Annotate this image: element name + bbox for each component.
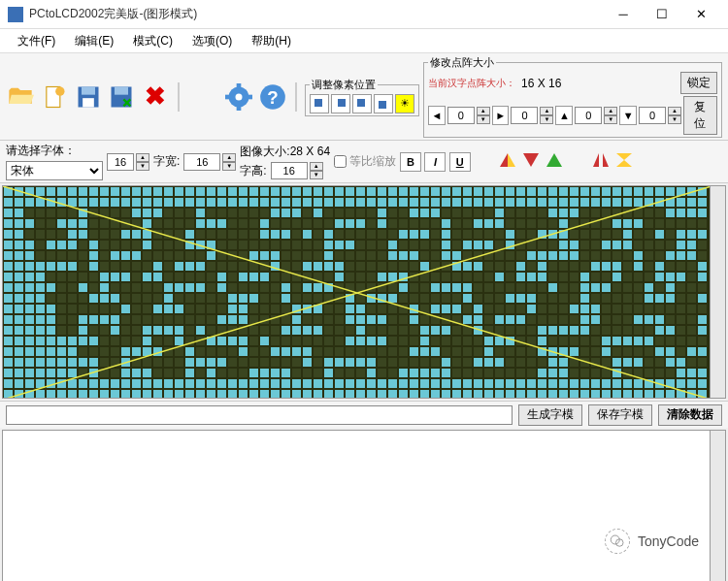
- svg-rect-11: [225, 94, 231, 99]
- pixel-pos-label: 调整像素位置: [310, 78, 378, 92]
- x-icon: ✖: [145, 81, 166, 112]
- spin-up[interactable]: ▲: [540, 107, 553, 115]
- spin-up[interactable]: ▲: [136, 153, 149, 162]
- svg-rect-6: [115, 86, 128, 94]
- canvas-vscroll[interactable]: [710, 186, 725, 398]
- lock-button[interactable]: 锁定: [680, 72, 717, 94]
- watermark-text: TonyCode: [638, 533, 699, 549]
- current-size-label: 当前汉字点阵大小：: [428, 77, 515, 90]
- hscroll-left-icon[interactable]: ◄: [428, 106, 446, 125]
- font-select[interactable]: 宋体: [6, 161, 103, 180]
- font-label: 请选择字体：: [6, 143, 103, 159]
- svg-marker-19: [500, 153, 508, 167]
- text-input[interactable]: [6, 405, 513, 425]
- char-height-input[interactable]: [271, 162, 308, 179]
- scale-checkbox[interactable]: [334, 155, 347, 168]
- close-button[interactable]: ✕: [681, 1, 720, 28]
- move-left-button[interactable]: [310, 94, 329, 113]
- output-vscroll[interactable]: [710, 431, 725, 581]
- mirror-button[interactable]: [591, 151, 611, 172]
- rotate-button[interactable]: [545, 151, 564, 172]
- spin-down[interactable]: ▼: [540, 115, 553, 124]
- generate-button[interactable]: 生成字模: [518, 404, 582, 426]
- spin-up[interactable]: ▲: [477, 107, 490, 115]
- spin-y2[interactable]: [639, 107, 666, 124]
- svg-marker-21: [523, 153, 539, 167]
- font-size-spinner[interactable]: [107, 153, 134, 171]
- spin-up[interactable]: ▲: [668, 107, 681, 115]
- menu-mode[interactable]: 模式(C): [123, 30, 182, 52]
- separator: [295, 82, 297, 112]
- svg-rect-3: [82, 86, 95, 94]
- output-panel[interactable]: [2, 430, 726, 581]
- italic-button[interactable]: I: [424, 152, 446, 172]
- menu-options[interactable]: 选项(O): [182, 30, 242, 52]
- app-icon: [8, 7, 23, 22]
- svg-rect-18: [379, 101, 386, 109]
- menu-file[interactable]: 文件(F): [8, 30, 65, 52]
- svg-marker-25: [616, 153, 632, 160]
- wechat-icon: [605, 529, 630, 554]
- image-size-value: 28 X 64: [290, 145, 330, 158]
- font-toolbar: 请选择字体： 宋体 ▲▼ 字宽: ▲▼ 图像大小:28 X 64 字高: ▲▼ …: [0, 141, 728, 183]
- svg-rect-9: [237, 83, 242, 89]
- save-font-button[interactable]: 保存字模: [588, 404, 652, 426]
- delete-button[interactable]: ✖: [141, 80, 171, 114]
- flip-h-button[interactable]: [498, 151, 517, 172]
- window-titlebar: PCtoLCD2002完美版-(图形模式) ─ ☐ ✕: [0, 0, 728, 29]
- svg-rect-10: [237, 105, 242, 111]
- spin-x2[interactable]: [511, 107, 538, 124]
- spin-down[interactable]: ▼: [310, 171, 323, 179]
- spin-x1[interactable]: [447, 107, 475, 124]
- spin-down[interactable]: ▼: [604, 115, 617, 124]
- spin-down[interactable]: ▼: [668, 115, 681, 124]
- mirror2-button[interactable]: [614, 151, 634, 172]
- watermark: TonyCode: [605, 529, 699, 554]
- bold-button[interactable]: B: [400, 152, 421, 172]
- vscroll-up-icon[interactable]: ▲: [555, 106, 573, 125]
- svg-rect-16: [338, 99, 346, 107]
- svg-rect-4: [83, 98, 94, 107]
- svg-marker-23: [593, 153, 599, 167]
- spin-y1[interactable]: [575, 107, 602, 124]
- matrix-size-value: 16 X 16: [521, 77, 561, 90]
- scale-label: 等比缩放: [349, 153, 396, 170]
- spin-down[interactable]: ▼: [477, 115, 490, 124]
- svg-marker-22: [546, 153, 562, 167]
- svg-point-1: [55, 86, 64, 95]
- help-button[interactable]: ?: [258, 80, 288, 114]
- settings-button[interactable]: [224, 80, 254, 114]
- menu-edit[interactable]: 编辑(E): [65, 30, 123, 52]
- menubar: 文件(F) 编辑(E) 模式(C) 选项(O) 帮助(H): [0, 29, 728, 53]
- style-buttons: B I U: [400, 152, 471, 172]
- char-width-input[interactable]: [183, 153, 220, 171]
- minimize-button[interactable]: ─: [604, 1, 643, 28]
- invert-button[interactable]: ☀: [395, 94, 414, 113]
- new-button[interactable]: [40, 80, 70, 114]
- spin-up[interactable]: ▲: [310, 162, 323, 171]
- pixel-position-group: 调整像素位置 ☀: [305, 78, 419, 116]
- move-down-button[interactable]: [374, 94, 393, 113]
- svg-rect-15: [314, 99, 322, 107]
- save-button[interactable]: [73, 80, 103, 114]
- spin-up[interactable]: ▲: [222, 153, 236, 162]
- output-bar: 生成字模 保存字模 清除数据: [0, 401, 728, 428]
- menu-help[interactable]: 帮助(H): [242, 30, 301, 52]
- spin-down[interactable]: ▼: [136, 162, 149, 171]
- maximize-button[interactable]: ☐: [643, 1, 681, 28]
- clear-data-button[interactable]: 清除数据: [658, 404, 722, 426]
- svg-rect-12: [247, 94, 252, 99]
- save-as-button[interactable]: [107, 80, 137, 114]
- flip-v-button[interactable]: [521, 151, 541, 172]
- move-right-button[interactable]: [331, 94, 350, 113]
- spin-down[interactable]: ▼: [222, 162, 236, 171]
- hscroll-right-icon[interactable]: ►: [492, 106, 510, 125]
- reset-button[interactable]: 复位: [683, 96, 717, 135]
- vscroll-down-icon[interactable]: ▼: [619, 106, 637, 125]
- open-button[interactable]: [6, 80, 36, 114]
- toolbar-main: ✖ ? 调整像素位置 ☀ 修改点阵大小 当前汉字点阵大小： 16 X 16 锁定…: [0, 53, 728, 141]
- pixel-canvas-area[interactable]: [2, 185, 726, 399]
- underline-button[interactable]: U: [449, 152, 471, 172]
- spin-up[interactable]: ▲: [604, 107, 617, 115]
- move-up-button[interactable]: [352, 94, 372, 113]
